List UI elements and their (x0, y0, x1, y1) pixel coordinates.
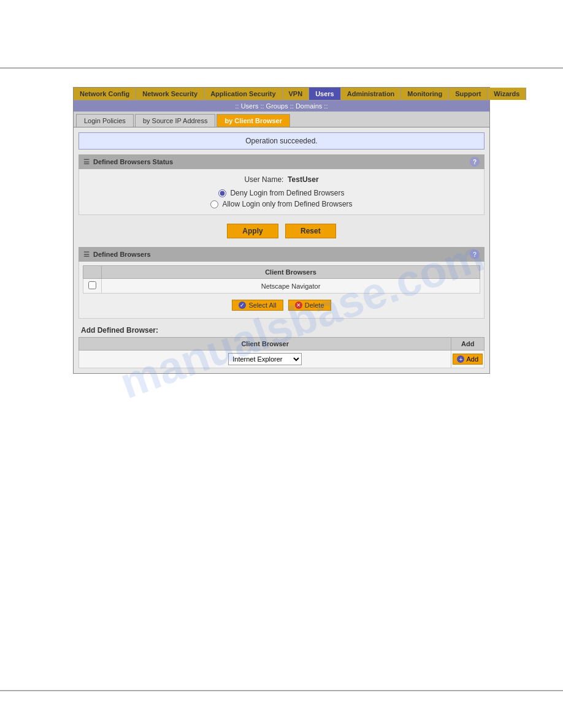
defined-browsers-header: ☰ Defined Browsers ? (79, 247, 484, 262)
tab-by-client-browser[interactable]: by Client Browser (216, 114, 290, 127)
nav-item-wizards[interactable]: Wizards (488, 88, 526, 100)
radio-deny[interactable]: Deny Login from Defined Browsers (218, 189, 344, 197)
add-icon: + (457, 355, 464, 363)
page-wrapper: manualsbase.com Network Config Network S… (0, 0, 563, 728)
add-browser-btn-cell[interactable]: + Add (451, 351, 484, 368)
content-area: Operation succeeded. ☰ Defined Browsers … (74, 127, 489, 373)
browser-select[interactable]: Internet Explorer Firefox Chrome Safari … (228, 353, 302, 365)
top-line (0, 67, 563, 69)
nav-item-monitoring[interactable]: Monitoring (401, 88, 449, 100)
radio-allow[interactable]: Allow Login only from Defined Browsers (210, 200, 352, 208)
reset-button[interactable]: Reset (285, 224, 336, 238)
add-browser-table: Client Browser Add Internet Explorer Fir… (79, 337, 484, 368)
add-browser-button[interactable]: + Add (453, 354, 483, 365)
nav-item-network-security[interactable]: Network Security (136, 88, 204, 100)
radio-group: Deny Login from Defined Browsers Allow L… (91, 189, 472, 208)
browsers-table: Client Browsers Netscape Navigator (83, 265, 480, 294)
defined-browsers-status-body: User Name: TestUser Deny Login from Defi… (79, 169, 484, 215)
apply-button[interactable]: Apply (227, 224, 278, 238)
delete-label: Delete (305, 301, 324, 309)
defined-browsers-title: Defined Browsers (93, 251, 470, 258)
bottom-line (0, 690, 563, 691)
radio-deny-label: Deny Login from Defined Browsers (230, 189, 344, 197)
main-content: Network Config Network Security Applicat… (73, 87, 490, 374)
row-checkbox-cell[interactable] (83, 279, 102, 294)
username-line: User Name: TestUser (91, 175, 472, 184)
table-actions: ✓ Select All ✕ Delete (83, 296, 480, 314)
nav-item-users[interactable]: Users (309, 88, 341, 100)
sub-nav: :: Users :: Groups :: Domains :: (74, 100, 489, 112)
add-browser-row: Internet Explorer Firefox Chrome Safari … (79, 351, 484, 368)
tab-by-source-ip[interactable]: by Source IP Address (135, 114, 216, 127)
nav-item-network-config[interactable]: Network Config (74, 88, 136, 100)
table-row: Netscape Navigator (83, 279, 480, 294)
nav-item-support[interactable]: Support (449, 88, 488, 100)
radio-allow-input[interactable] (210, 200, 218, 208)
select-all-label: Select All (248, 301, 276, 309)
row-checkbox[interactable] (88, 281, 96, 289)
nav-item-administration[interactable]: Administration (341, 88, 402, 100)
defined-browsers-status-title: Defined Browsers Status (93, 158, 470, 165)
defined-browsers-body: Client Browsers Netscape Navigator (79, 262, 484, 319)
username-label: User Name: (244, 175, 283, 184)
browsers-table-checkbox-header (83, 266, 102, 279)
radio-deny-input[interactable] (218, 189, 226, 197)
success-message: Operation succeeded. (79, 132, 484, 150)
nav-bar: Network Config Network Security Applicat… (74, 88, 489, 100)
tab-bar: Login Policies by Source IP Address by C… (74, 112, 489, 127)
radio-allow-label: Allow Login only from Defined Browsers (222, 200, 352, 208)
defined-browsers-help[interactable]: ? (470, 249, 480, 259)
select-all-button[interactable]: ✓ Select All (232, 300, 283, 311)
section-drag-icon2: ☰ (83, 251, 90, 259)
btn-row: Apply Reset (79, 220, 484, 242)
add-browser-label: Add Defined Browser: (79, 324, 484, 337)
add-btn-label: Add (466, 355, 478, 363)
add-browser-add-header: Add (451, 338, 484, 351)
nav-item-application-security[interactable]: Application Security (204, 88, 282, 100)
subnav-text: :: Users :: Groups :: Domains :: (236, 102, 328, 110)
add-browser-select-cell[interactable]: Internet Explorer Firefox Chrome Safari … (79, 351, 451, 368)
tab-login-policies[interactable]: Login Policies (76, 114, 134, 127)
browsers-table-header: Client Browsers (102, 266, 480, 279)
row-browser-name: Netscape Navigator (102, 279, 480, 294)
username-value: TestUser (288, 175, 318, 184)
nav-item-vpn[interactable]: VPN (283, 88, 310, 100)
section-drag-icon: ☰ (83, 158, 90, 166)
defined-browsers-status-header: ☰ Defined Browsers Status ? (79, 154, 484, 169)
delete-icon: ✕ (295, 301, 302, 309)
delete-button[interactable]: ✕ Delete (288, 300, 331, 311)
add-browser-col-header: Client Browser (79, 338, 451, 351)
defined-browsers-status-help[interactable]: ? (470, 157, 480, 167)
select-all-icon: ✓ (239, 301, 246, 309)
